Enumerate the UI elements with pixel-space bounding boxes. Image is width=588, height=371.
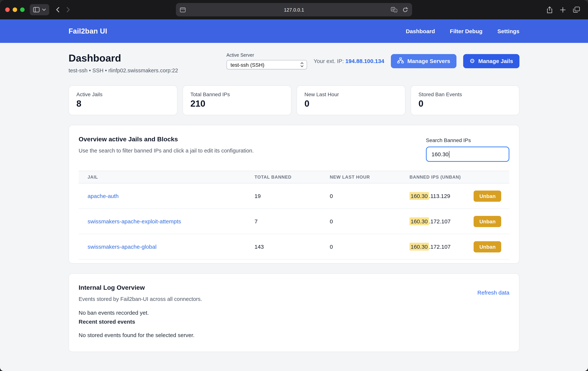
page-head: Dashboard test-ssh • SSH • rlinfp02.swis… <box>69 53 519 74</box>
log-subtitle: Events stored by Fail2ban-UI across all … <box>79 296 202 302</box>
active-server-select[interactable]: test-ssh (SSH) <box>226 60 307 69</box>
unban-button[interactable]: Unban <box>474 241 501 252</box>
sitemap-icon <box>397 57 404 65</box>
translate-icon[interactable]: A a <box>391 7 397 12</box>
unban-button[interactable]: Unban <box>474 190 501 202</box>
col-banned-ips: Banned IPs (Unban) <box>400 175 509 180</box>
total-banned-cell: 19 <box>246 193 321 199</box>
text-caret <box>449 151 450 158</box>
banned-ip-cell: 160.30.172.107 Unban <box>400 241 509 252</box>
sidebar-control[interactable] <box>30 4 49 15</box>
app-brand: Fail2ban UI <box>69 27 107 35</box>
manage-jails-label: Manage Jails <box>478 58 513 64</box>
svg-text:A: A <box>392 8 394 11</box>
page-settings-icon[interactable] <box>180 7 186 12</box>
stat-label: Stored Ban Events <box>419 91 512 97</box>
overview-subtitle: Use the search to filter banned IPs and … <box>79 148 254 154</box>
total-banned-cell: 143 <box>246 243 321 250</box>
back-button[interactable] <box>56 7 60 13</box>
ip-highlight: 160.30 <box>410 243 429 251</box>
table-header-row: Jail Total Banned New Last Hour Banned I… <box>79 171 509 184</box>
manage-jails-button[interactable]: ⚙ Manage Jails <box>463 54 519 68</box>
new-last-hour-cell: 0 <box>321 193 400 199</box>
jail-link[interactable]: swissmakers-apache-exploit-attempts <box>88 218 181 224</box>
stat-card-active-jails: Active Jails 8 <box>69 85 177 115</box>
stat-card-new-last-hour: New Last Hour 0 <box>297 85 405 115</box>
new-last-hour-cell: 0 <box>321 218 400 224</box>
external-ip: Your ext. IP: 194.88.100.134 <box>314 58 384 64</box>
col-jail: Jail <box>79 175 246 180</box>
col-total-banned: Total Banned <box>246 175 321 180</box>
unban-button[interactable]: Unban <box>474 216 501 227</box>
page-content: Dashboard test-ssh • SSH • rlinfp02.swis… <box>0 43 588 371</box>
title-block: Dashboard test-ssh • SSH • rlinfp02.swis… <box>69 53 178 74</box>
gear-icon: ⚙ <box>470 58 475 64</box>
tab-overview-icon[interactable] <box>573 7 580 13</box>
search-input[interactable]: 160.30 <box>426 147 509 162</box>
forward-button[interactable] <box>66 7 70 13</box>
search-label: Search Banned IPs <box>426 137 509 143</box>
stat-label: Active Jails <box>76 91 169 97</box>
jail-link[interactable]: swissmakers-apache-global <box>88 243 157 250</box>
new-last-hour-cell: 0 <box>321 243 400 250</box>
new-tab-icon[interactable] <box>560 7 566 12</box>
no-ban-events-text: No ban events recorded yet. <box>79 309 509 316</box>
nav-settings[interactable]: Settings <box>497 28 519 34</box>
reload-icon[interactable] <box>402 7 408 12</box>
stat-value: 8 <box>76 98 169 109</box>
search-block: Search Banned IPs 160.30 <box>426 137 509 162</box>
no-stored-events-text: No stored events found for the selected … <box>79 332 509 338</box>
table-row: apache-auth 19 0 160.30.113.129 Unban <box>79 184 509 209</box>
jail-link[interactable]: apache-auth <box>88 193 119 199</box>
log-title: Internal Log Overview <box>79 284 202 292</box>
ip-highlight: 160.30 <box>410 217 429 225</box>
nav-dashboard[interactable]: Dashboard <box>406 28 435 34</box>
active-server-value: test-ssh (SSH) <box>231 62 264 68</box>
overview-title-block: Overview active Jails and Blocks Use the… <box>79 136 254 154</box>
stat-value: 210 <box>190 98 284 109</box>
head-controls: Active Server test-ssh (SSH) Your ext. I… <box>226 53 519 69</box>
stat-value: 0 <box>419 98 512 109</box>
page-title: Dashboard <box>69 53 178 64</box>
svg-text:a: a <box>395 9 396 12</box>
manage-servers-label: Manage Servers <box>407 58 450 64</box>
history-nav <box>56 7 70 13</box>
table-row: swissmakers-apache-global 143 0 160.30.1… <box>79 234 509 260</box>
address-bar[interactable]: 127.0.0.1 A a <box>176 3 412 16</box>
external-ip-value: 194.88.100.134 <box>346 58 384 64</box>
log-title-block: Internal Log Overview Events stored by F… <box>79 284 202 302</box>
ip-rest: .172.107 <box>429 218 451 224</box>
chevron-down-icon <box>42 9 46 11</box>
overview-title: Overview active Jails and Blocks <box>79 136 254 143</box>
close-button[interactable] <box>5 8 10 12</box>
stat-card-total-banned: Total Banned IPs 210 <box>183 85 291 115</box>
share-icon[interactable] <box>547 6 553 13</box>
toolbar-right <box>547 6 583 13</box>
manage-servers-button[interactable]: Manage Servers <box>391 54 456 68</box>
search-value: 160.30 <box>431 151 449 157</box>
refresh-data-link[interactable]: Refresh data <box>477 289 509 296</box>
minimize-button[interactable] <box>13 8 17 12</box>
top-nav: Dashboard Filter Debug Settings <box>406 28 519 34</box>
scale-wrapper: 127.0.0.1 A a <box>0 0 588 371</box>
active-server-label: Active Server <box>226 53 307 58</box>
banned-ip-cell: 160.30.172.107 Unban <box>400 216 509 227</box>
log-card: Internal Log Overview Events stored by F… <box>69 273 519 352</box>
overview-card: Overview active Jails and Blocks Use the… <box>69 125 519 264</box>
traffic-lights <box>5 8 25 12</box>
browser-toolbar: 127.0.0.1 A a <box>0 0 588 19</box>
app-header: Fail2ban UI Dashboard Filter Debug Setti… <box>0 19 588 43</box>
nav-filter-debug[interactable]: Filter Debug <box>450 28 483 34</box>
stat-label: Total Banned IPs <box>190 91 284 97</box>
recent-events-title: Recent stored events <box>79 318 509 325</box>
fullscreen-button[interactable] <box>20 8 25 12</box>
table-row: swissmakers-apache-exploit-attempts 7 0 … <box>79 209 509 234</box>
active-server-block: Active Server test-ssh (SSH) <box>226 53 307 69</box>
sidebar-icon <box>33 7 40 12</box>
stat-value: 0 <box>304 98 398 109</box>
col-new-last-hour: New Last Hour <box>321 175 400 180</box>
jails-table: Jail Total Banned New Last Hour Banned I… <box>79 171 509 260</box>
stat-label: New Last Hour <box>304 91 398 97</box>
url-text: 127.0.0.1 <box>176 7 412 12</box>
stat-cards: Active Jails 8 Total Banned IPs 210 New … <box>69 85 519 115</box>
